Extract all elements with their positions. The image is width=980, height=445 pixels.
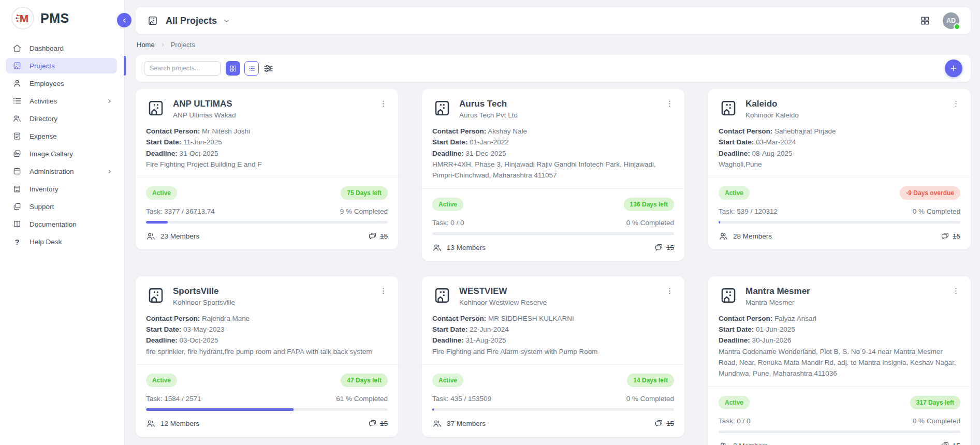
sidebar-collapse-button[interactable] xyxy=(117,13,131,27)
project-card: WESTVIEW Kohinoor Westview Reserve Conta… xyxy=(422,276,684,437)
project-title[interactable]: Kaleido xyxy=(745,99,944,109)
people-icon xyxy=(12,114,22,123)
building-icon xyxy=(432,98,452,118)
chevron-down-icon[interactable] xyxy=(223,17,230,25)
project-description: Wagholi,Pune xyxy=(719,159,960,170)
sidebar-item-label: Image Gallary xyxy=(30,150,73,158)
sidebar: M PMS Dashboard Projects Employees Ac xyxy=(0,0,124,445)
sidebar-item-label: Activities xyxy=(30,97,57,105)
task-count: Task: 1584 / 2571 xyxy=(146,395,201,403)
chat-icon xyxy=(940,231,950,241)
add-project-button[interactable] xyxy=(945,60,962,77)
project-title[interactable]: ANP ULTIMAS xyxy=(173,99,372,109)
progress-fill xyxy=(146,221,168,224)
sidebar-nav: Dashboard Projects Employees Activities … xyxy=(0,37,124,249)
project-title[interactable]: Aurus Tech xyxy=(459,99,658,109)
contact-person-row: Contact Person: Sahebhajrat Pirjade xyxy=(719,126,960,137)
breadcrumb-home[interactable]: Home xyxy=(137,41,155,49)
progress-fill xyxy=(432,408,434,411)
filter-button[interactable] xyxy=(263,63,274,74)
progress-bar xyxy=(432,232,674,235)
question-mark-icon: ? xyxy=(12,238,22,246)
status-badge: Active xyxy=(719,186,750,200)
grid-view-icon xyxy=(229,65,237,72)
copy-icon xyxy=(12,202,22,211)
comments-count[interactable]: 15 xyxy=(940,441,960,445)
comments-count[interactable]: 15 xyxy=(654,419,674,428)
sidebar-item-label: Employees xyxy=(30,80,64,87)
sidebar-item-activities[interactable]: Activities xyxy=(6,93,117,109)
building-icon xyxy=(147,15,158,26)
percent-completed: 0 % Completed xyxy=(626,219,674,227)
progress-fill xyxy=(719,221,720,224)
sidebar-item-label: Expense xyxy=(30,132,57,140)
plus-icon xyxy=(949,64,958,72)
building-icon xyxy=(12,61,22,70)
archive-icon xyxy=(12,167,22,176)
project-title[interactable]: SportsVille xyxy=(173,286,372,296)
deadline-row: Deadline: 31-Dec-2025 xyxy=(432,148,674,159)
task-count: Task: 539 / 120312 xyxy=(719,207,778,215)
chat-icon xyxy=(368,231,377,241)
sidebar-item-administration[interactable]: Administration xyxy=(6,164,117,179)
sidebar-item-projects[interactable]: Projects xyxy=(6,58,117,73)
avatar[interactable]: AD xyxy=(943,12,959,29)
comments-count[interactable]: 15 xyxy=(368,419,388,428)
card-menu-button[interactable] xyxy=(379,286,388,296)
building-icon xyxy=(146,98,166,118)
comments-count[interactable]: 15 xyxy=(368,231,388,241)
sidebar-item-help-desk[interactable]: ? Help Desk xyxy=(6,234,117,249)
kebab-icon xyxy=(379,287,388,295)
card-menu-button[interactable] xyxy=(665,98,674,109)
card-menu-button[interactable] xyxy=(379,98,388,109)
person-icon xyxy=(12,79,22,88)
breadcrumb-current: Projects xyxy=(171,41,195,49)
card-menu-button[interactable] xyxy=(665,286,674,296)
percent-completed: 61 % Completed xyxy=(336,395,388,403)
members-count[interactable]: 37 Members xyxy=(432,419,486,428)
store-icon xyxy=(12,184,22,194)
card-menu-button[interactable] xyxy=(952,98,960,109)
building-icon xyxy=(432,286,452,305)
sidebar-item-documentation[interactable]: Documentation xyxy=(6,216,117,232)
members-count[interactable]: 12 Members xyxy=(146,419,199,428)
sidebar-item-support[interactable]: Support xyxy=(6,199,117,214)
chat-icon xyxy=(654,243,664,253)
chat-icon xyxy=(368,419,377,428)
members-count[interactable]: 3 Members xyxy=(719,441,768,445)
search-input[interactable] xyxy=(144,61,221,76)
sidebar-item-label: Inventory xyxy=(30,185,58,193)
svg-text:M: M xyxy=(20,12,29,24)
sidebar-item-expense[interactable]: Expense xyxy=(6,128,117,144)
task-count: Task: 435 / 153509 xyxy=(432,395,491,403)
sidebar-item-dashboard[interactable]: Dashboard xyxy=(6,40,117,56)
apps-grid-button[interactable] xyxy=(920,16,930,26)
image-icon xyxy=(12,149,22,158)
start-date-row: Start Date: 22-Jun-2024 xyxy=(432,324,674,335)
list-view-button[interactable] xyxy=(244,61,259,76)
people-icon xyxy=(146,231,156,241)
card-menu-button[interactable] xyxy=(952,286,960,296)
project-subtitle: Mantra Mesmer xyxy=(745,299,944,306)
sidebar-item-inventory[interactable]: Inventory xyxy=(6,181,117,197)
project-subtitle: ANP Ultimas Wakad xyxy=(173,111,372,119)
project-title[interactable]: WESTVIEW xyxy=(459,286,658,296)
percent-completed: 9 % Completed xyxy=(340,207,388,215)
comments-count[interactable]: 15 xyxy=(940,231,960,241)
project-title[interactable]: Mantra Mesmer xyxy=(745,286,944,296)
deadline-row: Deadline: 31-Oct-2025 xyxy=(146,148,388,159)
sidebar-item-directory[interactable]: Directory xyxy=(6,111,117,126)
members-count[interactable]: 13 Members xyxy=(432,243,486,253)
members-count[interactable]: 28 Members xyxy=(719,231,772,241)
members-count[interactable]: 23 Members xyxy=(146,231,199,241)
comments-count[interactable]: 15 xyxy=(654,243,674,253)
grid-view-button[interactable] xyxy=(226,61,240,76)
progress-bar xyxy=(146,221,388,224)
sidebar-item-employees[interactable]: Employees xyxy=(6,76,117,91)
sidebar-item-image-gallery[interactable]: Image Gallary xyxy=(6,146,117,161)
percent-completed: 0 % Completed xyxy=(913,207,960,215)
percent-completed: 0 % Completed xyxy=(913,417,960,425)
project-card: Mantra Mesmer Mantra Mesmer Contact Pers… xyxy=(708,276,971,445)
project-card: SportsVille Kohinoor Sportsville Contact… xyxy=(136,276,398,437)
deadline-row: Deadline: 08-Aug-2025 xyxy=(719,148,960,159)
